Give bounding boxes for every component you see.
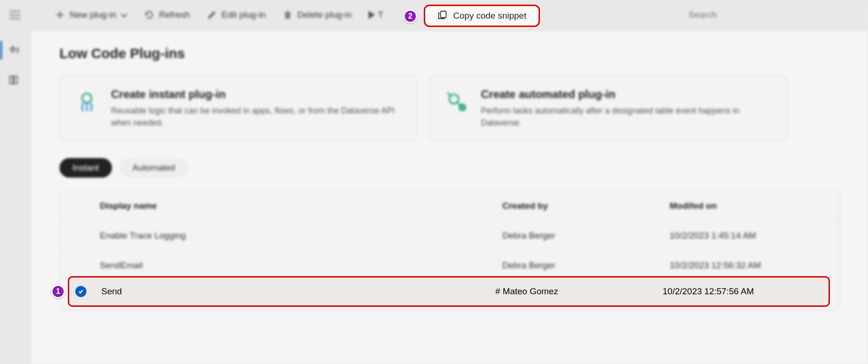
create-automated-card[interactable]: Create automated plug-in Perform tasks a… — [429, 75, 787, 141]
cell-created: Debra Berger — [502, 260, 670, 271]
svg-point-2 — [82, 93, 92, 103]
cell-name: SendEmail — [100, 260, 502, 271]
instant-card-desc: Reusable logic that can be invoked in ap… — [111, 105, 404, 129]
refresh-label: Refresh — [159, 10, 190, 20]
tabs: Instant Automated — [59, 158, 840, 178]
trash-icon — [283, 10, 293, 20]
tab-automated[interactable]: Automated — [119, 158, 188, 178]
test-label: T — [378, 10, 383, 20]
cell-modified: 10/2/2023 1:45:14 AM — [670, 231, 837, 241]
tab-instant[interactable]: Instant — [59, 158, 112, 178]
svg-point-3 — [449, 94, 459, 104]
rail-plugins-icon[interactable] — [0, 41, 27, 60]
col-created-by[interactable]: Created by — [502, 201, 670, 211]
table-row[interactable]: Enable Trace Logging Debra Berger 10/2/2… — [60, 221, 840, 251]
cell-created: Debra Berger — [502, 231, 670, 241]
col-modified-on[interactable]: Modifed on — [670, 201, 837, 211]
cell-created: # Mateo Gomez — [495, 286, 663, 297]
cell-modified: 10/2/2023 12:57:56 AM — [663, 286, 830, 297]
rail-secondary-icon[interactable] — [0, 71, 27, 89]
cell-name: Enable Trace Logging — [100, 231, 502, 241]
copy-code-snippet-button[interactable]: Copy code snippet — [424, 5, 540, 27]
check-icon[interactable] — [75, 286, 86, 297]
new-plugin-label: New plug-in — [70, 10, 116, 20]
search-input[interactable] — [682, 6, 859, 24]
page-title: Low Code Plug-ins — [59, 46, 840, 61]
edit-icon — [207, 10, 217, 20]
table-row-selected[interactable]: Send # Mateo Gomez 10/2/2023 12:57:56 AM — [68, 276, 830, 307]
test-button[interactable]: T — [363, 7, 389, 23]
hamburger-icon[interactable] — [9, 11, 20, 19]
copy-icon — [437, 10, 447, 22]
delete-label: Delete plug-in — [297, 10, 352, 20]
play-icon — [368, 11, 375, 19]
refresh-icon — [144, 10, 154, 20]
content-area: Low Code Plug-ins Create instant plug-in… — [32, 32, 868, 364]
svg-rect-5 — [441, 11, 446, 18]
instant-icon — [73, 88, 101, 116]
svg-rect-0 — [10, 76, 13, 84]
automated-card-desc: Perform tasks automatically after a desi… — [481, 105, 774, 129]
edit-label: Edit plug-in — [222, 10, 266, 20]
chevron-down-icon — [121, 10, 127, 20]
instant-card-title: Create instant plug-in — [111, 88, 404, 101]
automated-icon — [443, 88, 471, 116]
new-plugin-button[interactable]: New plug-in — [49, 7, 133, 23]
left-rail — [0, 36, 27, 89]
cell-name: Send — [101, 286, 495, 297]
edit-plugin-button[interactable]: Edit plug-in — [201, 7, 271, 23]
svg-rect-1 — [14, 76, 17, 84]
cards-row: Create instant plug-in Reusable logic th… — [59, 75, 840, 141]
refresh-button[interactable]: Refresh — [138, 7, 196, 23]
automated-card-title: Create automated plug-in — [481, 88, 774, 101]
table-header: Display name Created by Modifed on — [60, 191, 840, 221]
delete-plugin-button[interactable]: Delete plug-in — [277, 7, 357, 23]
cell-modified: 10/2/2023 12:56:32 AM — [670, 260, 837, 271]
copy-label: Copy code snippet — [453, 11, 526, 21]
col-display-name[interactable]: Display name — [100, 201, 502, 211]
plus-icon — [55, 10, 65, 20]
create-instant-card[interactable]: Create instant plug-in Reusable logic th… — [59, 75, 417, 141]
